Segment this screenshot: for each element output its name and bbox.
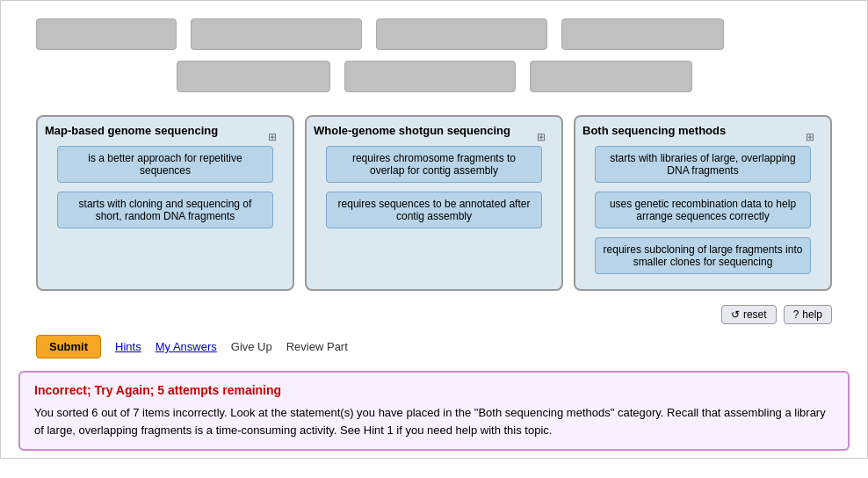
help-button[interactable]: ? help xyxy=(784,305,832,324)
cat1-item-1[interactable]: is a better approach for repetitive sequ… xyxy=(57,146,274,183)
categories-area: Map-based genome sequencing ⊞ is a bette… xyxy=(1,115,867,300)
reset-icon: ↺ xyxy=(731,308,740,321)
category-shotgun-zone[interactable]: requires chromosome fragments to overlap… xyxy=(314,146,554,228)
drag-item-3[interactable] xyxy=(376,18,547,50)
category-map-based-title: Map-based genome sequencing xyxy=(45,124,286,137)
cat3-item-1[interactable]: starts with libraries of large, overlapp… xyxy=(595,146,812,183)
move-icon-cat2: ⊞ xyxy=(537,131,547,141)
category-map-based-zone[interactable]: is a better approach for repetitive sequ… xyxy=(45,146,286,228)
cat3-item-2[interactable]: uses genetic recombination data to help … xyxy=(595,192,812,228)
category-map-based: Map-based genome sequencing ⊞ is a bette… xyxy=(36,115,294,291)
move-icon-cat3: ⊞ xyxy=(806,131,816,141)
submit-button[interactable]: Submit xyxy=(36,335,101,358)
my-answers-link[interactable]: My Answers xyxy=(156,340,217,353)
category-both-title: Both sequencing methods xyxy=(582,124,823,137)
hints-link[interactable]: Hints xyxy=(115,340,141,353)
drag-items-row1 xyxy=(36,18,832,50)
bottom-buttons: ↺ reset ? help xyxy=(1,300,867,330)
category-shotgun-title: Whole-genome shotgun sequencing xyxy=(314,124,554,137)
drag-item-1[interactable] xyxy=(36,18,177,50)
cat2-item-2[interactable]: requires sequences to be annotated after… xyxy=(326,192,543,228)
feedback-area: Incorrect; Try Again; 5 attempts remaini… xyxy=(18,371,850,451)
action-bar: Submit Hints My Answers Give Up Review P… xyxy=(1,330,867,364)
feedback-text: You sorted 6 out of 7 items incorrectly.… xyxy=(34,404,834,438)
drag-item-6[interactable] xyxy=(344,61,516,92)
reset-button[interactable]: ↺ reset xyxy=(721,305,777,324)
drag-item-2[interactable] xyxy=(191,18,362,50)
category-shotgun: Whole-genome shotgun sequencing ⊞ requir… xyxy=(305,115,563,291)
reset-label: reset xyxy=(743,308,767,321)
help-icon: ? xyxy=(793,308,799,321)
feedback-title: Incorrect; Try Again; 5 attempts remaini… xyxy=(34,383,834,397)
cat1-item-2[interactable]: starts with cloning and sequencing of sh… xyxy=(57,192,274,228)
move-icon-cat1: ⊞ xyxy=(268,131,278,141)
cat3-item-3[interactable]: requires subcloning of large fragments i… xyxy=(595,237,812,274)
cat2-item-1[interactable]: requires chromosome fragments to overlap… xyxy=(326,146,543,183)
give-up-text[interactable]: Give Up xyxy=(231,340,272,353)
help-label: help xyxy=(802,308,822,321)
category-both-zone[interactable]: starts with libraries of large, overlapp… xyxy=(582,146,823,274)
drag-item-5[interactable] xyxy=(177,61,330,92)
drag-item-7[interactable] xyxy=(530,61,692,92)
drag-items-row2 xyxy=(36,61,832,92)
category-both: Both sequencing methods ⊞ starts with li… xyxy=(574,115,832,291)
drag-item-4[interactable] xyxy=(561,18,724,50)
review-part-text[interactable]: Review Part xyxy=(286,340,348,353)
